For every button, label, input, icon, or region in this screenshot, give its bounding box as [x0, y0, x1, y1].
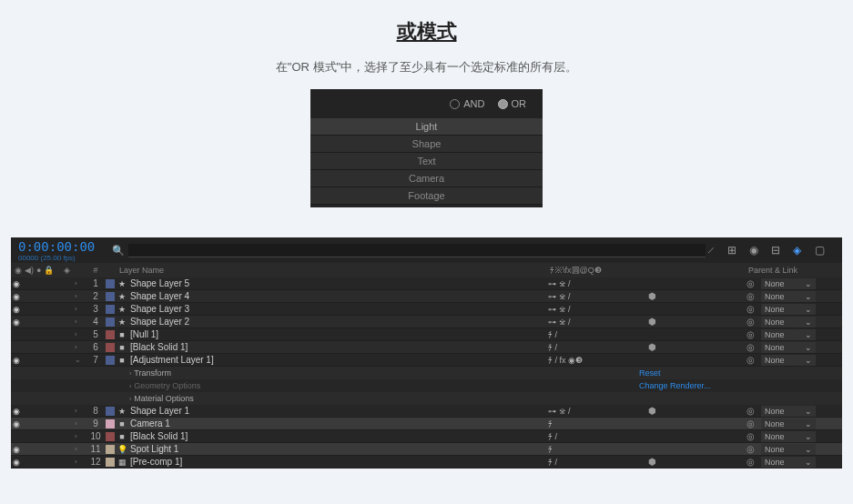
parent-dropdown[interactable]: None⌄	[761, 291, 816, 302]
visibility-icon[interactable]: ◉	[13, 458, 24, 467]
radio-and[interactable]: AND	[450, 98, 484, 109]
layer-row[interactable]: › 10 ■ [Black Solid 1] ﾁ / ◎ None⌄	[11, 430, 842, 443]
color-label[interactable]	[106, 318, 115, 327]
color-label[interactable]	[106, 330, 115, 339]
parent-dropdown[interactable]: None⌄	[761, 317, 816, 328]
twirl-icon[interactable]: ›	[75, 407, 84, 415]
radio-or[interactable]: OR	[498, 98, 527, 109]
pickwhip-icon[interactable]: ◎	[746, 418, 757, 428]
pickwhip-icon[interactable]: ◎	[746, 317, 757, 327]
mode-item-text[interactable]: Text	[310, 153, 543, 170]
layer-name[interactable]: Shape Layer 5	[128, 278, 548, 288]
layer-switches[interactable]: ﾁ /	[548, 432, 648, 441]
property-value[interactable]: Change Renderer...	[639, 381, 842, 390]
layer-switches[interactable]: ⊶ ※ /	[548, 292, 648, 301]
visibility-icon[interactable]: ◉	[13, 318, 24, 327]
layer-row[interactable]: ◉ › 8 ★ Shape Layer 1 ⊶ ※ / ⬢ ◎ None⌄	[11, 405, 842, 418]
3d-icon[interactable]: ⬢	[648, 342, 656, 352]
pickwhip-icon[interactable]: ◎	[746, 431, 757, 441]
layer-row[interactable]: ◉ › 4 ★ Shape Layer 2 ⊶ ※ / ⬢ ◎ None⌄	[11, 316, 842, 328]
twirl-icon[interactable]: ›	[75, 318, 84, 326]
layer-name[interactable]: Spot Light 1	[128, 444, 548, 454]
layer-name[interactable]: Shape Layer 3	[128, 304, 548, 314]
twirl-icon[interactable]: ›	[75, 432, 84, 440]
layer-row[interactable]: ◉ › 9 ■ Camera 1 ﾁ ◎ None⌄	[11, 418, 842, 430]
parent-dropdown[interactable]: None⌄	[761, 278, 816, 289]
layer-switches[interactable]: ⊶ ※ /	[548, 407, 648, 416]
twirl-icon[interactable]: ›	[75, 445, 84, 453]
color-label[interactable]	[106, 279, 115, 288]
twirl-icon[interactable]: ›	[75, 343, 84, 351]
pickwhip-icon[interactable]: ◎	[746, 355, 757, 365]
3d-icon[interactable]: ⬢	[648, 317, 656, 327]
search-input[interactable]	[128, 244, 706, 257]
parent-dropdown[interactable]: None⌄	[761, 342, 816, 353]
clip-icon[interactable]: ◈	[793, 244, 806, 257]
visibility-icon[interactable]: ◉	[13, 305, 24, 314]
color-label[interactable]	[106, 445, 115, 454]
layer-row[interactable]: › 6 ■ [Black Solid 1] ﾁ / ⬢ ◎ None⌄	[11, 341, 842, 354]
layer-row[interactable]: ◉ ⌄ 7 ■ [Adjustment Layer 1] ﾁ / fx ◉❸ ◎…	[11, 354, 842, 367]
twirl-icon[interactable]: ›	[75, 419, 84, 428]
layer-switches[interactable]: ﾁ /	[548, 458, 648, 467]
color-label[interactable]	[106, 407, 115, 416]
layer-switches[interactable]: ﾁ / fx ◉❸	[548, 356, 648, 365]
visibility-icon[interactable]: ◉	[13, 445, 24, 454]
visibility-icon[interactable]: ◉	[13, 292, 24, 301]
mode-item-footage[interactable]: Footage	[310, 187, 543, 205]
parent-dropdown[interactable]: None⌄	[761, 418, 816, 429]
pickwhip-icon[interactable]: ◎	[746, 457, 757, 467]
color-label[interactable]	[106, 305, 115, 314]
property-value[interactable]: Reset	[639, 368, 842, 378]
frame-blend-icon[interactable]: ⊞	[727, 244, 740, 257]
parent-dropdown[interactable]: None⌄	[761, 355, 816, 366]
3d-icon[interactable]: ⬢	[648, 406, 656, 416]
twirl-icon[interactable]: ›	[75, 330, 84, 338]
layer-row[interactable]: ◉ › 2 ★ Shape Layer 4 ⊶ ※ / ⬢ ◎ None⌄	[11, 290, 842, 303]
layer-row[interactable]: ◉ › 11 💡 Spot Light 1 ﾁ ◎ None⌄	[11, 443, 842, 456]
layer-switches[interactable]: ⊶ ※ /	[548, 318, 648, 327]
pickwhip-icon[interactable]: ◎	[746, 342, 757, 352]
layer-switches[interactable]: ﾁ /	[548, 330, 648, 339]
visibility-icon[interactable]: ◉	[13, 419, 24, 428]
pickwhip-icon[interactable]: ◎	[746, 278, 757, 288]
twirl-icon[interactable]: ›	[75, 458, 84, 466]
layer-row[interactable]: ◉ › 12 ▦ [Pre-comp 1] ﾁ / ⬢ ◎ None⌄	[11, 456, 842, 469]
mode-item-shape[interactable]: Shape	[310, 136, 543, 153]
parent-dropdown[interactable]: None⌄	[761, 444, 816, 455]
parent-dropdown[interactable]: None⌄	[761, 329, 816, 340]
3d-icon[interactable]: ⬢	[648, 457, 656, 467]
layer-switches[interactable]: ⊶ ※ /	[548, 279, 648, 288]
layer-row[interactable]: › 5 ■ [Null 1] ﾁ / ◎ None⌄	[11, 328, 842, 341]
pickwhip-icon[interactable]: ◎	[746, 304, 757, 314]
mode-item-camera[interactable]: Camera	[310, 170, 543, 187]
parent-dropdown[interactable]: None⌄	[761, 457, 816, 468]
parent-dropdown[interactable]: None⌄	[761, 304, 816, 315]
twirl-icon[interactable]: ›	[75, 279, 84, 287]
pickwhip-icon[interactable]: ◎	[746, 329, 757, 339]
layer-name[interactable]: [Black Solid 1]	[128, 431, 548, 441]
property-name[interactable]: ›Geometry Options	[11, 381, 639, 390]
twirl-icon[interactable]: ›	[75, 305, 84, 313]
color-label[interactable]	[106, 343, 115, 352]
color-label[interactable]	[106, 292, 115, 301]
color-label[interactable]	[106, 432, 115, 441]
layer-row[interactable]: ◉ › 3 ★ Shape Layer 3 ⊶ ※ / ◎ None⌄	[11, 303, 842, 316]
pickwhip-icon[interactable]: ◎	[746, 406, 757, 416]
layer-name[interactable]: [Adjustment Layer 1]	[128, 355, 548, 365]
layer-switches[interactable]: ﾁ	[548, 445, 648, 454]
3d-icon[interactable]: ⬢	[648, 291, 656, 301]
property-name[interactable]: ›Material Options	[11, 394, 639, 403]
color-label[interactable]	[106, 458, 115, 467]
twirl-icon[interactable]: ⌄	[75, 356, 84, 364]
layer-name[interactable]: [Null 1]	[128, 329, 548, 339]
layer-name[interactable]: Camera 1	[128, 418, 548, 428]
layer-switches[interactable]: ﾁ	[548, 419, 648, 428]
layer-name[interactable]: Shape Layer 4	[128, 291, 548, 301]
layer-name[interactable]: [Pre-comp 1]	[128, 457, 548, 467]
layer-name[interactable]: Shape Layer 1	[128, 406, 548, 416]
color-label[interactable]	[106, 419, 115, 428]
twirl-icon[interactable]: ›	[75, 292, 84, 300]
motion-blur-icon[interactable]: ◉	[749, 244, 762, 257]
mode-item-light[interactable]: Light	[310, 118, 543, 136]
